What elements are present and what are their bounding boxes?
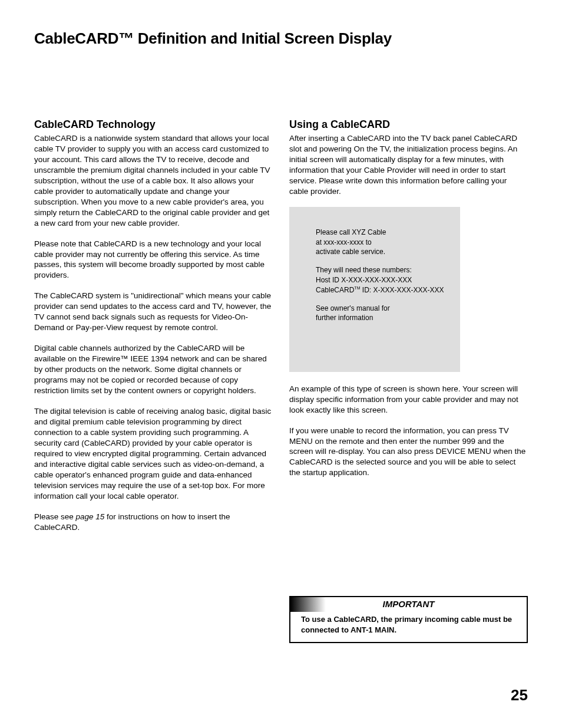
example-block-3: See owner's manual for further informati… (316, 304, 460, 324)
cablecard-technology-heading: CableCARD Technology (34, 118, 273, 131)
page-reference: page 15 (76, 512, 105, 521)
two-column-layout: CableCARD Technology CableCARD is a nati… (34, 118, 528, 643)
important-body: To use a CableCARD, the primary incoming… (290, 612, 527, 642)
tm-superscript: TM (354, 286, 360, 290)
example-line: Please call XYZ Cable (316, 228, 460, 238)
example-line: at xxx-xxx-xxxx to (316, 238, 460, 248)
left-column: CableCARD Technology CableCARD is a nati… (34, 118, 273, 643)
tech-paragraph-3: The CableCARD system is "unidirectional"… (34, 291, 273, 333)
example-line: further information (316, 313, 460, 323)
tech-paragraph-1: CableCARD is a nationwide system standar… (34, 133, 273, 229)
using-paragraph-2: An example of this type of screen is sho… (289, 384, 528, 416)
example-line: CableCARDTM ID: X-XXX-XXX-XXX-XXX (316, 285, 460, 295)
example-line: They will need these numbers: (316, 265, 460, 275)
example-line: Host ID X-XXX-XXX-XXX-XXX (316, 275, 460, 285)
tech-paragraph-6: Please see page 15 for instructions on h… (34, 512, 273, 533)
using-cablecard-heading: Using a CableCARD (289, 118, 528, 131)
example-line: activate cable service. (316, 247, 460, 257)
tech-paragraph-4: Digital cable channels authorized by the… (34, 343, 273, 396)
important-header: IMPORTANT (290, 597, 527, 612)
example-screen-box: Please call XYZ Cable at xxx-xxx-xxxx to… (289, 207, 460, 372)
using-paragraph-1: After inserting a CableCARD into the TV … (289, 133, 528, 197)
tech-paragraph-2: Please note that CableCARD is a new tech… (34, 239, 273, 281)
example-line: See owner's manual for (316, 304, 460, 314)
page-title: CableCARD™ Definition and Initial Screen… (34, 29, 528, 48)
page-number: 25 (511, 686, 528, 704)
tech-paragraph-5: The digital television is cable of recei… (34, 406, 273, 502)
right-column: Using a CableCARD After inserting a Cabl… (289, 118, 528, 643)
tech-p6-pre: Please see (34, 512, 76, 521)
example-block-2: They will need these numbers: Host ID X-… (316, 265, 460, 295)
example-block-1: Please call XYZ Cable at xxx-xxx-xxxx to… (316, 228, 460, 257)
important-callout: IMPORTANT To use a CableCARD, the primar… (289, 596, 528, 643)
using-paragraph-3: If you were unable to record the informa… (289, 426, 528, 479)
important-title: IMPORTANT (383, 599, 435, 609)
example-screen-content: Please call XYZ Cable at xxx-xxx-xxxx to… (316, 228, 460, 323)
gradient-decoration (290, 597, 326, 612)
